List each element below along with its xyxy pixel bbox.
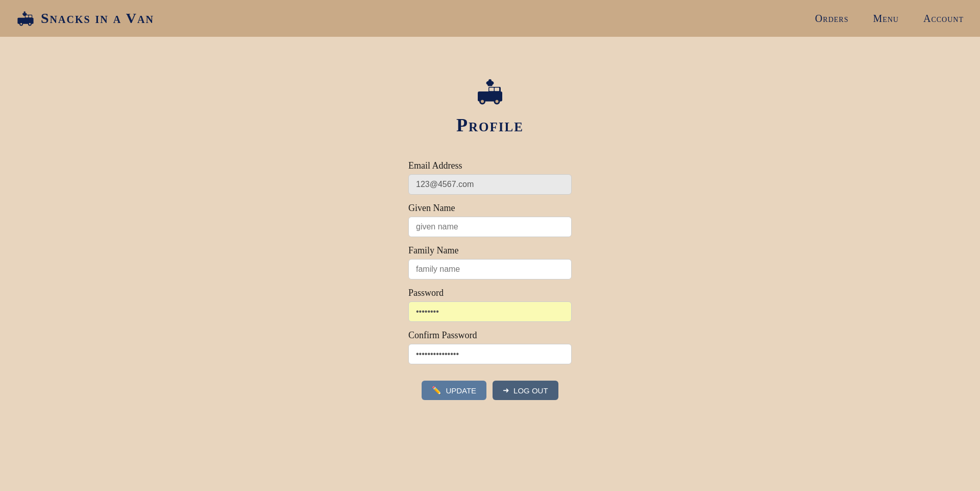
main-content: Profile Email Address Given Name Family … xyxy=(0,37,980,400)
family-name-label: Family Name xyxy=(408,245,572,256)
svg-rect-3 xyxy=(29,15,32,17)
confirm-password-input[interactable] xyxy=(408,344,572,364)
update-button[interactable]: ✏️ UPDATE xyxy=(422,381,486,400)
svg-point-20 xyxy=(481,100,484,103)
update-icon: ✏️ xyxy=(432,386,442,395)
brand-link[interactable]: Snacks in a Van xyxy=(16,9,154,28)
password-input[interactable] xyxy=(408,301,572,322)
svg-point-6 xyxy=(23,11,26,13)
email-input[interactable] xyxy=(408,174,572,195)
confirm-password-label: Confirm Password xyxy=(408,330,572,341)
svg-rect-5 xyxy=(23,14,26,16)
given-name-label: Given Name xyxy=(408,203,572,214)
nav-menu[interactable]: Menu xyxy=(873,13,899,25)
brand-name: Snacks in a Van xyxy=(41,10,154,27)
update-label: UPDATE xyxy=(446,386,476,395)
svg-point-22 xyxy=(496,100,499,103)
svg-rect-17 xyxy=(489,88,494,91)
password-label: Password xyxy=(408,288,572,298)
navbar-van-icon xyxy=(16,9,35,28)
nav-account[interactable]: Account xyxy=(923,13,964,25)
email-label: Email Address xyxy=(408,160,572,171)
page-title: Profile xyxy=(456,114,524,136)
logout-button[interactable]: ➜ LOG OUT xyxy=(493,381,558,400)
given-name-input[interactable] xyxy=(408,217,572,237)
button-row: ✏️ UPDATE ➜ LOG OUT xyxy=(408,381,572,400)
svg-point-8 xyxy=(20,23,22,25)
logout-icon: ➜ xyxy=(503,386,509,395)
svg-rect-12 xyxy=(488,83,493,86)
nav-links: Orders Menu Account xyxy=(815,13,964,25)
logout-label: LOG OUT xyxy=(513,386,548,395)
svg-rect-18 xyxy=(495,88,499,91)
nav-orders[interactable]: Orders xyxy=(815,13,849,25)
profile-van-icon xyxy=(475,78,505,108)
svg-rect-2 xyxy=(26,15,28,17)
profile-icon-container xyxy=(475,78,505,110)
svg-point-10 xyxy=(29,23,31,25)
navbar: Snacks in a Van Orders Menu Account xyxy=(0,0,980,37)
family-name-input[interactable] xyxy=(408,259,572,279)
profile-form: Email Address Given Name Family Name Pas… xyxy=(408,152,572,400)
